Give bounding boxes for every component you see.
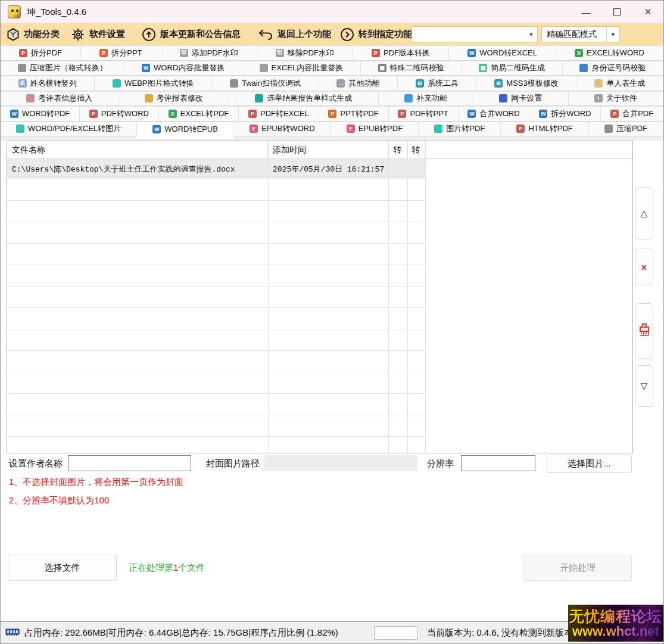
pdf-doc-icon: P	[398, 110, 406, 118]
toolbar-goto-button[interactable]: 转到指定功能	[340, 23, 412, 45]
tab-拆分PPT[interactable]: P拆分PPT	[80, 45, 161, 61]
toolbar-update-button[interactable]: 版本更新和公告信息	[142, 23, 241, 45]
tab-姓名横转竖列[interactable]: 名姓名横转竖列	[0, 76, 95, 91]
qr-code-icon: ▦	[479, 64, 487, 72]
tab-label: 特殊二维码校验	[390, 63, 444, 73]
tab-关于软件[interactable]: i关于软件	[568, 91, 664, 107]
column-header-convert1[interactable]: 转	[388, 141, 407, 158]
app-window: 坤_Tools_0.4.6 — ✕ 功能分类 软件设置 版本更新和公告信息	[0, 0, 664, 644]
word-file-icon: W	[467, 110, 476, 118]
delete-item-button[interactable]: x	[635, 248, 653, 285]
tab-其他功能[interactable]: …其他功能	[319, 76, 398, 91]
tab-WORD转PDF[interactable]: WWORD转PDF	[0, 106, 80, 122]
tab-网卡设置[interactable]: 网卡设置	[473, 91, 569, 107]
tab-MSS3模板修改[interactable]: ⚙MSS3模板修改	[476, 76, 577, 91]
function-tab-grid: P拆分PDFP拆分PPT印添加PDF水印印移除PDF水印PPDF版本转换WWOR…	[1, 45, 663, 141]
tab-合并PDF[interactable]: P合并PDF	[600, 106, 663, 122]
tab-合并WORD[interactable]: W合并WORD	[458, 106, 530, 122]
tab-label: PDF转EXCEL	[260, 108, 309, 119]
back-arrow-icon	[258, 28, 273, 41]
tab-WORD内容批量替换[interactable]: WWORD内容批量替换	[124, 61, 242, 76]
tab-row: 考评表信息插入考评报表修改选举结果报告单样式生成补充功能网卡设置i关于软件	[1, 91, 663, 107]
author-input[interactable]	[68, 455, 191, 471]
tab-EXCEL转PDF[interactable]: XEXCEL转PDF	[158, 106, 239, 122]
tab-PDF转PPT[interactable]: PPDF转PPT	[388, 106, 459, 122]
tab-图片转PDF[interactable]: 图片转PDF	[418, 122, 501, 137]
tab-特殊二维码校验[interactable]: ▦特殊二维码校验	[360, 61, 462, 76]
tab-考评表信息插入[interactable]: 考评表信息插入	[0, 91, 119, 107]
resolution-input[interactable]	[461, 455, 535, 471]
toolbar-back-button[interactable]: 返回上个功能	[258, 23, 331, 45]
tab-PPT转PDF[interactable]: PPPT转PDF	[319, 106, 389, 122]
excel-file-icon: X	[169, 110, 177, 118]
tab-EPUB转WORD[interactable]: EEPUB转WORD	[233, 122, 331, 137]
move-down-button[interactable]: ▽	[635, 365, 653, 407]
tab-label: 添加PDF水印	[192, 48, 238, 58]
tab-WORD转EPUB[interactable]: WWORD转EPUB	[136, 122, 234, 137]
column-divider	[268, 141, 269, 453]
tab-身份证号码校验[interactable]: 身份证号码校验	[562, 61, 663, 76]
tab-PDF版本转换[interactable]: PPDF版本转换	[353, 45, 449, 61]
toolbar-category-button[interactable]: 功能分类	[7, 23, 60, 45]
delete-x-icon: x	[641, 262, 646, 272]
tab-label: WEBP图片格式转换	[124, 78, 194, 89]
tab-简易二维码生成[interactable]: ▦简易二维码生成	[461, 61, 562, 76]
id-card-icon	[579, 64, 588, 72]
tab-Twain扫描仪调试[interactable]: Twain扫描仪调试	[211, 76, 319, 91]
column-header-convert2[interactable]: 转	[407, 141, 425, 158]
clear-list-button[interactable]	[635, 303, 653, 359]
match-mode-combobox[interactable]: 精确匹配模式 ▼	[541, 26, 620, 42]
tab-EXCEL转WORD[interactable]: XEXCEL转WORD	[556, 45, 663, 61]
column-header-filename[interactable]: 文件名称	[7, 141, 268, 158]
tab-压缩PDF[interactable]: 压缩PDF	[588, 122, 663, 137]
tab-row: 名姓名横转竖列WEBP图片格式转换Twain扫描仪调试…其他功能⚙系统工具⚙MS…	[1, 76, 663, 91]
tab-label: 压缩PDF	[616, 123, 647, 134]
tab-label: 身份证号码校验	[591, 63, 646, 73]
watermark-stamp-icon: 印	[180, 49, 188, 57]
tab-EPUB转PDF[interactable]: EEPUB转PDF	[331, 122, 419, 137]
chevron-down-icon[interactable]: ▼	[606, 27, 619, 42]
select-file-button[interactable]: 选择文件	[8, 555, 117, 581]
word-file-icon: W	[467, 49, 476, 57]
tab-系统工具[interactable]: ⚙系统工具	[397, 76, 476, 91]
tab-PDF转WORD[interactable]: PPDF转WORD	[79, 106, 159, 122]
maximize-icon	[613, 8, 621, 15]
tab-添加PDF水印[interactable]: 印添加PDF水印	[161, 45, 257, 61]
tab-拆分WORD[interactable]: W拆分WORD	[529, 106, 601, 122]
tab-选举结果报告单样式生成[interactable]: 选举结果报告单样式生成	[229, 91, 379, 107]
tab-移除PDF水印[interactable]: 印移除PDF水印	[257, 45, 353, 61]
tab-label: 拆分PDF	[31, 48, 62, 58]
select-image-button[interactable]: 选择图片...	[547, 455, 632, 473]
column-header-addtime[interactable]: 添加时间	[268, 141, 388, 158]
file-table[interactable]: 文件名称 添加时间 转 转 C:\Users\陈\Desktop\关于班主任工作…	[7, 141, 633, 453]
tab-PDF转EXCEL[interactable]: PPDF转EXCEL	[238, 106, 319, 122]
tab-WORD/PDF/EXCEL转图片[interactable]: WORD/PDF/EXCEL转图片	[0, 122, 137, 137]
table-row[interactable]: C:\Users\陈\Desktop\关于班主任工作实践的调查报告.docx20…	[7, 159, 425, 179]
tab-label: 网卡设置	[511, 93, 542, 104]
tab-考评报表修改[interactable]: 考评报表修改	[119, 91, 230, 107]
maximize-button[interactable]	[601, 1, 632, 23]
function-search-combobox[interactable]: ▼	[412, 26, 538, 42]
toolbar-settings-button[interactable]: 软件设置	[71, 23, 125, 45]
tab-HTML转PDF[interactable]: PHTML转PDF	[500, 122, 589, 137]
chevron-down-icon[interactable]: ▼	[525, 32, 537, 38]
tab-拆分PDF[interactable]: P拆分PDF	[0, 45, 81, 61]
tab-单人表生成[interactable]: 单人表生成	[576, 76, 663, 91]
pdf-doc-icon: P	[372, 49, 380, 57]
tab-WORD转EXCEL[interactable]: WWORD转EXCEL	[448, 45, 556, 61]
move-up-button[interactable]: △	[635, 187, 653, 239]
tab-label: PPT转PDF	[340, 108, 378, 119]
tab-label: EPUB转WORD	[261, 123, 315, 134]
cover-path-input[interactable]	[264, 455, 417, 471]
tab-WEBP图片格式转换[interactable]: WEBP图片格式转换	[94, 76, 212, 91]
tab-label: EXCEL内容批量替换	[272, 63, 344, 73]
tab-压缩图片（格式转换）[interactable]: 压缩图片（格式转换）	[0, 61, 124, 76]
minimize-button[interactable]: —	[571, 1, 601, 23]
tab-EXCEL内容批量替换[interactable]: EXCEL内容批量替换	[242, 61, 361, 76]
note-2: 2、分辨率不填默认为100	[9, 495, 109, 506]
tab-补充功能[interactable]: 补充功能	[378, 91, 474, 107]
tab-row: P拆分PDFP拆分PPT印添加PDF水印印移除PDF水印PPDF版本转换WWOR…	[1, 45, 663, 61]
word-file-icon: W	[539, 110, 547, 118]
start-processing-button[interactable]: 开始处理	[523, 555, 632, 581]
close-button[interactable]: ✕	[632, 1, 663, 23]
